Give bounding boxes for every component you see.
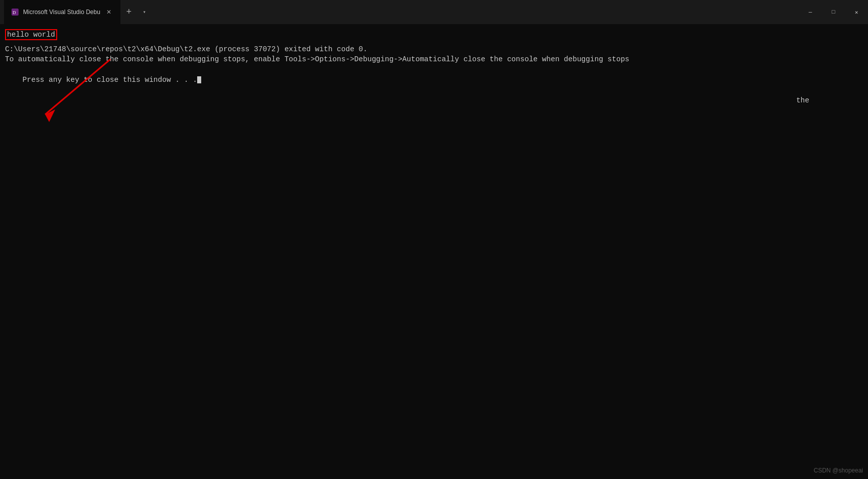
maximize-button[interactable]: □ bbox=[822, 0, 845, 24]
tab-title: Microsoft Visual Studio Debu bbox=[23, 9, 100, 16]
console-output-line3: Press any key to close this window . . . bbox=[5, 65, 863, 95]
svg-marker-3 bbox=[45, 109, 55, 122]
window-controls: — □ ✕ bbox=[799, 0, 868, 24]
press-any-key-text: Press any key to close this window . . . bbox=[23, 76, 197, 84]
tab-icon: D bbox=[11, 8, 19, 16]
close-button[interactable]: ✕ bbox=[845, 0, 868, 24]
tab-area: D Microsoft Visual Studio Debu ✕ + ▾ bbox=[4, 0, 152, 24]
watermark: CSDN @shopeeai bbox=[814, 467, 863, 474]
console-output-line1: C:\Users\21748\source\repos\t2\x64\Debug… bbox=[5, 44, 863, 54]
cursor bbox=[197, 76, 201, 83]
hello-world-box: hello world bbox=[5, 29, 57, 40]
hello-world-line: hello world bbox=[5, 29, 863, 41]
tab-dropdown-button[interactable]: ▾ bbox=[137, 5, 152, 19]
tab-close-button[interactable]: ✕ bbox=[104, 8, 113, 17]
new-tab-button[interactable]: + bbox=[120, 4, 137, 21]
console-output-line2: To automatically close the console when … bbox=[5, 54, 863, 64]
svg-text:D: D bbox=[13, 10, 16, 15]
active-tab[interactable]: D Microsoft Visual Studio Debu ✕ bbox=[4, 0, 120, 24]
hello-world-text: hello world bbox=[7, 31, 55, 39]
minimize-button[interactable]: — bbox=[799, 0, 822, 24]
the-text: the bbox=[796, 96, 809, 104]
console-area: hello world C:\Users\21748\source\repos\… bbox=[0, 24, 868, 479]
title-bar: D Microsoft Visual Studio Debu ✕ + ▾ — □… bbox=[0, 0, 868, 24]
